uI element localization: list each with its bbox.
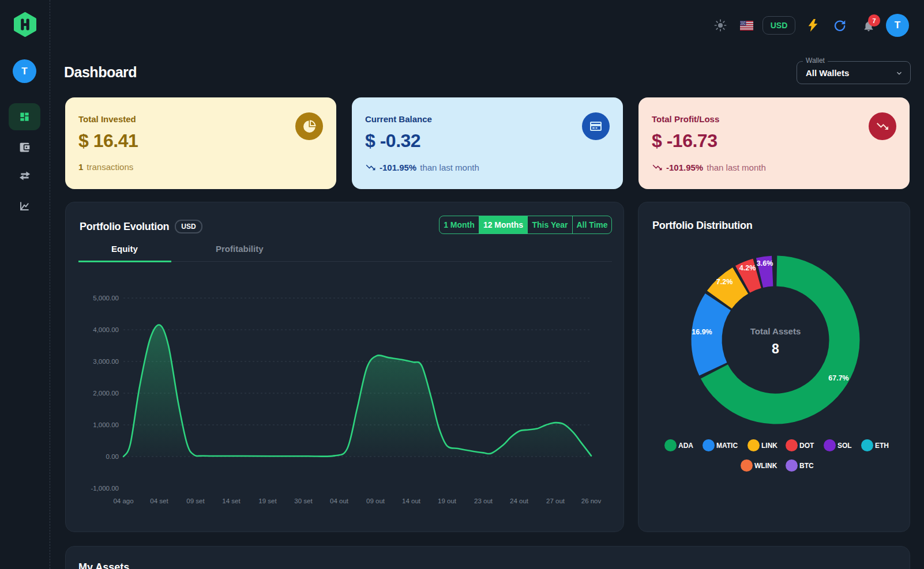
svg-text:04 out: 04 out xyxy=(330,498,349,504)
svg-text:24 out: 24 out xyxy=(510,498,529,504)
svg-text:14 out: 14 out xyxy=(402,498,421,504)
svg-text:26 nov: 26 nov xyxy=(581,498,602,504)
svg-text:7.2%: 7.2% xyxy=(716,278,733,286)
svg-text:8: 8 xyxy=(772,341,779,356)
svg-text:-1,000.00: -1,000.00 xyxy=(91,485,119,492)
svg-text:67.7%: 67.7% xyxy=(828,374,848,382)
svg-text:4.2%: 4.2% xyxy=(739,264,756,272)
svg-text:0.00: 0.00 xyxy=(106,453,119,460)
svg-text:4,000.00: 4,000.00 xyxy=(93,326,119,333)
svg-text:1,000.00: 1,000.00 xyxy=(93,421,119,428)
svg-text:5,000.00: 5,000.00 xyxy=(93,295,119,302)
svg-text:3.6%: 3.6% xyxy=(757,259,773,267)
svg-text:04 ago: 04 ago xyxy=(113,498,133,504)
svg-text:09 out: 09 out xyxy=(366,498,385,504)
svg-text:09 set: 09 set xyxy=(186,498,205,504)
svg-text:Total Assets: Total Assets xyxy=(750,326,801,336)
svg-text:16.9%: 16.9% xyxy=(692,328,712,336)
svg-text:14 set: 14 set xyxy=(222,498,241,504)
svg-text:23 out: 23 out xyxy=(474,498,493,504)
svg-text:27 out: 27 out xyxy=(546,498,565,504)
svg-text:2,000.00: 2,000.00 xyxy=(93,390,119,397)
svg-text:19 set: 19 set xyxy=(258,498,277,504)
svg-text:3,000.00: 3,000.00 xyxy=(93,358,119,365)
svg-text:30 set: 30 set xyxy=(294,498,313,504)
svg-text:04 set: 04 set xyxy=(150,498,168,504)
svg-text:19 out: 19 out xyxy=(438,498,457,504)
